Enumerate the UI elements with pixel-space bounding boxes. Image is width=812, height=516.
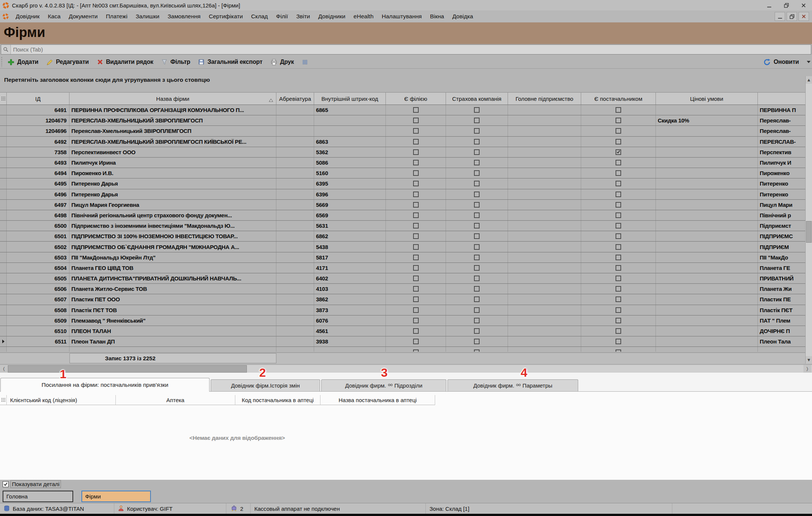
checkbox-is_branch[interactable] [413, 149, 419, 155]
table-row[interactable]: 6506Планета Житло-Сервис ТОВ4103Планета … [0, 284, 805, 294]
checkbox-is_supplier[interactable] [616, 286, 621, 292]
checkbox-is_branch[interactable] [413, 128, 419, 134]
toolbar-grip[interactable] [1, 57, 2, 67]
checkbox-is_supplier[interactable] [616, 212, 621, 218]
checkbox-is_insurance[interactable] [474, 107, 480, 113]
checkbox-is_insurance[interactable] [474, 286, 480, 292]
vertical-scrollbar[interactable]: ▲ ▼ [805, 76, 812, 364]
detail-column-header-4[interactable]: Назва постачальника в аптеці [320, 395, 435, 405]
checkbox-is_supplier[interactable] [616, 233, 621, 239]
window-tab-1[interactable]: Головна [3, 491, 73, 502]
detail-column-header-3[interactable]: Код постачальника в аптеці [235, 395, 320, 405]
menu-item-9[interactable]: Філії [272, 13, 292, 20]
show-details-toggle[interactable]: Показувати деталі [3, 480, 61, 488]
horizontal-scrollbar[interactable]: 〈 〉 [0, 364, 812, 373]
checkbox-is_insurance[interactable] [474, 307, 480, 313]
group-by-zone[interactable]: Перетягніть заголовок колонки сюди для у… [0, 69, 805, 92]
checkbox-is_supplier[interactable] [616, 181, 621, 186]
checkbox-is_insurance[interactable] [474, 181, 480, 186]
checkbox-is_insurance[interactable] [474, 328, 480, 334]
checkbox-is_supplier[interactable] [616, 265, 621, 271]
table-row[interactable]: 6491ПЕРВИННА ПРОФСПІЛКОВА ОРГАНІЗАЦІЯ КО… [0, 105, 805, 115]
toolbar-button-delete[interactable]: Видалити рядок [93, 56, 158, 68]
detail-tab-4[interactable]: Довідник фирм.Параметры [447, 379, 578, 391]
search-input[interactable] [11, 46, 811, 53]
checkbox-is_branch[interactable] [413, 170, 419, 176]
checkbox-is_branch[interactable] [413, 328, 419, 334]
checkbox-is_supplier[interactable] [616, 128, 621, 134]
table-row[interactable]: 6497Пицул Мария Георгиевна5669Пицул Мари [0, 200, 805, 210]
checkbox-is_insurance[interactable] [474, 212, 480, 218]
table-row[interactable]: 6511Плеон Талан ДП3938Плеон Тала [0, 336, 805, 347]
table-row[interactable]: 6502ПІДПРИЄМСТВО ОБ`ЄДНАННЯ ГРОМАДЯН "МІ… [0, 242, 805, 252]
close-icon[interactable] [795, 0, 812, 10]
checkbox-is_branch[interactable] [413, 212, 419, 218]
toolbar-button-add[interactable]: Додати [4, 56, 43, 68]
checkbox-is_branch[interactable] [413, 339, 419, 344]
checkbox-is_insurance[interactable] [474, 170, 480, 176]
menu-item-15[interactable]: Довідка [448, 13, 477, 20]
menu-item-7[interactable]: Сертифікати [205, 13, 247, 20]
scroll-up-icon[interactable]: ▲ [806, 76, 812, 84]
column-header-is_insurance[interactable]: Страхова компанія [446, 93, 508, 105]
checkbox-is_branch[interactable] [413, 255, 419, 260]
checkbox-is_insurance[interactable] [474, 192, 480, 197]
table-row[interactable]: 1204679ПЕРЕЯСЛАВ-ХМЕЛЬНИЦЬКИЙ ЗВІРОПЛЕМГ… [0, 115, 805, 126]
toolbar-button-print[interactable]: Друк [267, 56, 298, 68]
checkbox-is_insurance[interactable] [474, 223, 480, 229]
scroll-right-icon[interactable]: 〉 [803, 365, 811, 373]
checkbox-is_insurance[interactable] [474, 318, 480, 323]
checkbox-is_supplier[interactable] [616, 170, 621, 176]
column-header-name[interactable]: Назва фірми [69, 93, 276, 105]
checkbox-is_supplier[interactable] [616, 202, 621, 208]
checkbox-is_insurance[interactable] [474, 160, 480, 165]
scroll-down-icon[interactable]: ▼ [806, 356, 812, 364]
toolbar-button-filter[interactable]: Фільтр [157, 56, 194, 68]
menu-item-4[interactable]: Платежі [102, 13, 131, 20]
table-row[interactable]: 6500Підприємство з іноземними інвестиція… [0, 221, 805, 231]
checkbox-is_supplier[interactable] [616, 307, 621, 313]
table-row[interactable]: 6498Північний регіональний центр страхов… [0, 210, 805, 221]
checkbox-is_insurance[interactable] [474, 139, 480, 144]
checkbox-is_branch[interactable] [413, 233, 419, 239]
checkbox-is_supplier[interactable] [616, 192, 621, 197]
checkbox-is_branch[interactable] [413, 307, 419, 313]
column-header-price_terms[interactable]: Цінові умови [656, 93, 758, 105]
checkbox-is_insurance[interactable] [474, 276, 480, 281]
table-row[interactable]: 6507Пластик ПЕТ ООО3862Пластик ПЕ [0, 294, 805, 305]
table-row[interactable]: 6508Пластік ПЄТ ТОВ3873Пластік ПЄТ [0, 305, 805, 315]
detail-tab-3[interactable]: Довідник фирм.Підрозділи [321, 379, 446, 391]
menu-item-6[interactable]: Замовлення [164, 13, 205, 20]
checkbox-is_branch[interactable] [413, 202, 419, 208]
checkbox-is_insurance[interactable] [474, 149, 480, 155]
menu-item-1[interactable]: Довідник [12, 13, 44, 20]
detail-tab-2[interactable]: Довідник фірм.Історія змін [211, 379, 320, 391]
checkbox-is_branch[interactable] [413, 139, 419, 144]
checkbox-is_supplier[interactable] [616, 223, 621, 229]
window-tab-2[interactable]: Фірми [81, 491, 151, 502]
column-header-id[interactable]: ІД [7, 93, 69, 105]
checkbox-is_supplier[interactable] [616, 118, 621, 123]
checkbox-is_branch[interactable] [413, 244, 419, 250]
table-row[interactable]: 6492ПЕРЕЯСЛАВ-ХМЕЛЬНИЦЬКИЙ ЗВІРОПЛЕМГОСП… [0, 137, 805, 147]
refresh-dropdown-icon[interactable] [807, 61, 811, 63]
checkbox-is_branch[interactable] [413, 349, 419, 352]
table-row[interactable]: 7358Перспективинвест ООО5362Перспектив [0, 147, 805, 158]
checkbox-is_insurance[interactable] [474, 255, 480, 260]
checkbox-is_branch[interactable] [413, 286, 419, 292]
detail-column-header-1[interactable]: Клієнтський код (ліцензія) [7, 395, 116, 405]
show-details-checkbox[interactable] [3, 481, 9, 487]
menu-item-2[interactable]: Каса [44, 13, 65, 20]
menu-item-8[interactable]: Склад [247, 13, 272, 20]
column-header-main_company[interactable]: Головне підприємство [508, 93, 581, 105]
horizontal-scroll-thumb[interactable] [8, 365, 247, 373]
menu-item-14[interactable]: Вікна [426, 13, 448, 20]
toolbar-button-export[interactable]: Загальний експорт [194, 56, 266, 68]
toolbar-button-columns[interactable] [298, 56, 312, 68]
grid-corner-grip-icon[interactable] [0, 93, 7, 105]
table-row[interactable]: 6504Планета ГЕО ЦІВД ТОВ4171Планета ГЕ [0, 263, 805, 273]
checkbox-is_supplier[interactable] [616, 276, 621, 281]
checkbox-is_branch[interactable] [413, 265, 419, 271]
checkbox-is_branch[interactable] [413, 223, 419, 229]
mdi-minimize-icon[interactable] [775, 12, 785, 21]
